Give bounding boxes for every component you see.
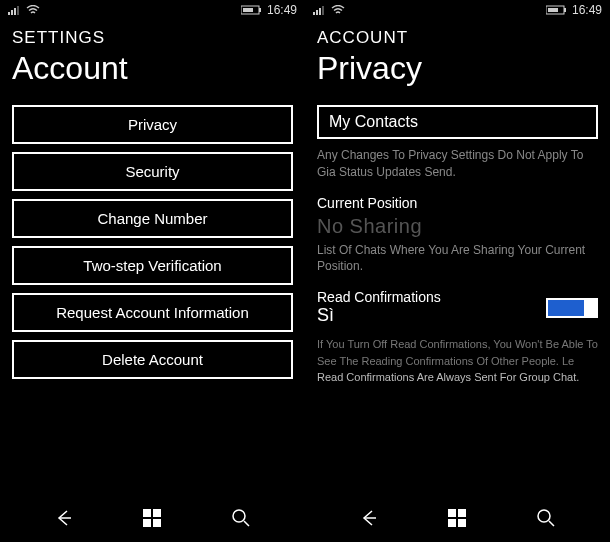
search-button[interactable] bbox=[526, 498, 566, 538]
wifi-icon bbox=[26, 5, 40, 15]
page-title: Privacy bbox=[317, 50, 598, 87]
two-step-verification-button[interactable]: Two-step Verification bbox=[12, 246, 293, 285]
svg-rect-8 bbox=[143, 509, 151, 517]
svg-rect-5 bbox=[259, 8, 261, 12]
current-position-hint: List Of Chats Where You Are Sharing Your… bbox=[317, 242, 598, 276]
content-area: ACCOUNT Privacy My Contacts Any Changes … bbox=[305, 18, 610, 494]
battery-icon bbox=[546, 5, 568, 15]
read-confirmations-hint: If You Turn Off Read Confirmations, You … bbox=[317, 336, 598, 386]
security-button[interactable]: Security bbox=[12, 152, 293, 191]
svg-rect-22 bbox=[448, 509, 456, 517]
read-confirmations-label: Read Confirmations bbox=[317, 289, 441, 305]
svg-rect-16 bbox=[319, 8, 321, 15]
svg-rect-3 bbox=[17, 6, 19, 15]
delete-account-button[interactable]: Delete Account bbox=[12, 340, 293, 379]
svg-point-26 bbox=[538, 510, 550, 522]
contacts-select[interactable]: My Contacts bbox=[317, 105, 598, 139]
breadcrumb: SETTINGS bbox=[12, 28, 293, 48]
svg-rect-17 bbox=[322, 6, 324, 15]
start-button[interactable] bbox=[437, 498, 477, 538]
privacy-button[interactable]: Privacy bbox=[12, 105, 293, 144]
content-area: SETTINGS Account Privacy Security Change… bbox=[0, 18, 305, 494]
hint-line-1: If You Turn Off Read Confirmations, You … bbox=[317, 338, 598, 367]
svg-rect-25 bbox=[458, 519, 466, 527]
signal-icon bbox=[8, 5, 22, 15]
svg-rect-15 bbox=[316, 10, 318, 15]
page-title: Account bbox=[12, 50, 293, 87]
svg-rect-1 bbox=[11, 10, 13, 15]
battery-icon bbox=[241, 5, 263, 15]
hint-line-2: Read Confirmations Are Always Sent For G… bbox=[317, 371, 579, 383]
screen-settings-account: 16:49 SETTINGS Account Privacy Security … bbox=[0, 0, 305, 542]
change-number-button[interactable]: Change Number bbox=[12, 199, 293, 238]
current-position-label: Current Position bbox=[317, 195, 598, 211]
contacts-hint: Any Changes To Privacy Settings Do Not A… bbox=[317, 147, 598, 181]
read-confirmations-toggle[interactable] bbox=[546, 298, 598, 318]
svg-rect-2 bbox=[14, 8, 16, 15]
status-bar: 16:49 bbox=[305, 0, 610, 18]
back-button[interactable] bbox=[349, 498, 389, 538]
screen-privacy: 16:49 ACCOUNT Privacy My Contacts Any Ch… bbox=[305, 0, 610, 542]
nav-bar bbox=[0, 494, 305, 542]
svg-rect-9 bbox=[153, 509, 161, 517]
wifi-icon bbox=[331, 5, 345, 15]
svg-rect-19 bbox=[564, 8, 566, 12]
nav-bar bbox=[305, 494, 610, 542]
status-bar: 16:49 bbox=[0, 0, 305, 18]
svg-rect-11 bbox=[153, 519, 161, 527]
svg-rect-6 bbox=[243, 8, 253, 12]
current-position-value[interactable]: No Sharing bbox=[317, 215, 598, 238]
signal-icon bbox=[313, 5, 327, 15]
start-button[interactable] bbox=[132, 498, 172, 538]
back-button[interactable] bbox=[44, 498, 84, 538]
request-account-info-button[interactable]: Request Account Information bbox=[12, 293, 293, 332]
status-time: 16:49 bbox=[572, 3, 602, 17]
svg-rect-10 bbox=[143, 519, 151, 527]
status-time: 16:49 bbox=[267, 3, 297, 17]
svg-rect-20 bbox=[548, 8, 558, 12]
svg-line-13 bbox=[244, 521, 249, 526]
svg-rect-23 bbox=[458, 509, 466, 517]
svg-rect-24 bbox=[448, 519, 456, 527]
search-button[interactable] bbox=[221, 498, 261, 538]
breadcrumb: ACCOUNT bbox=[317, 28, 598, 48]
svg-rect-14 bbox=[313, 12, 315, 15]
svg-point-12 bbox=[233, 510, 245, 522]
read-confirmations-value: Sì bbox=[317, 305, 441, 326]
svg-line-27 bbox=[549, 521, 554, 526]
svg-rect-0 bbox=[8, 12, 10, 15]
